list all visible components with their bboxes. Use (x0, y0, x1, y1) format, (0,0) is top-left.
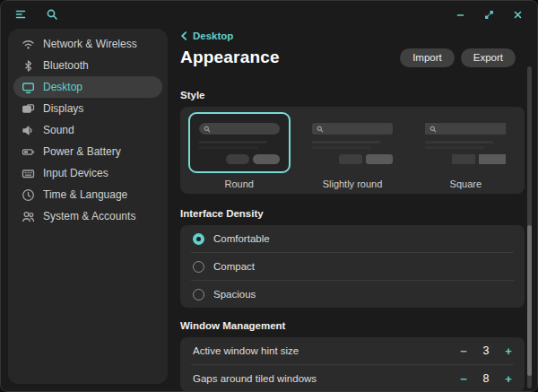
bluetooth-icon (22, 59, 35, 73)
style-option-label: Slightly round (323, 179, 383, 189)
plus-button[interactable]: + (498, 368, 519, 389)
sidebar-item-label: Time & Language (43, 188, 127, 201)
window-management-panel: Active window hint size − 3 + Gaps aroun… (180, 337, 525, 392)
scrollbar-track[interactable] (527, 66, 532, 388)
close-icon[interactable] (510, 7, 525, 22)
preview-text-line (199, 141, 267, 144)
gaps-value: 8 (474, 372, 498, 385)
battery-icon (22, 145, 35, 159)
titlebar-left (13, 6, 60, 22)
users-icon (22, 210, 35, 223)
sidebar-item-displays[interactable]: Displays (13, 98, 162, 119)
import-button[interactable]: Import (400, 48, 455, 67)
style-heading: Style (180, 90, 525, 100)
preview-text-line (312, 141, 380, 144)
sidebar-item-system-accounts[interactable]: System & Accounts (13, 205, 162, 227)
header-actions: Import Export (400, 48, 525, 67)
breadcrumb[interactable]: Desktop (180, 30, 525, 42)
speaker-icon (22, 124, 35, 137)
sidebar: Network & Wireless Bluetooth Desktop Dis… (8, 29, 168, 384)
magnifier-icon (204, 126, 211, 133)
preview-buttons (199, 154, 280, 164)
interface-density-heading: Interface Density (180, 208, 525, 219)
displays-icon (22, 102, 35, 116)
density-option-comfortable[interactable]: Comfortable (180, 225, 525, 252)
gaps-stepper: − 8 + (453, 368, 519, 389)
sidebar-item-desktop[interactable]: Desktop (13, 76, 162, 98)
sidebar-toggle-icon[interactable] (13, 6, 29, 22)
header-row: Appearance Import Export (180, 46, 525, 69)
style-preview-slightly-round (301, 112, 404, 173)
preview-button-primary (366, 154, 393, 164)
style-option-square[interactable]: Square (412, 112, 520, 189)
preview-buttons (425, 154, 506, 164)
breadcrumb-label: Desktop (193, 30, 233, 41)
sidebar-item-sound[interactable]: Sound (13, 119, 162, 141)
wifi-icon (22, 38, 35, 51)
maximize-icon[interactable] (482, 7, 497, 22)
sidebar-item-label: Network & Wireless (43, 38, 137, 50)
style-option-label: Round (224, 179, 253, 189)
sidebar-item-bluetooth[interactable]: Bluetooth (13, 55, 162, 76)
hint-size-value: 3 (474, 344, 498, 357)
density-option-compact[interactable]: Compact (180, 253, 525, 280)
plus-button[interactable]: + (498, 340, 519, 362)
preview-text-line (425, 146, 484, 149)
setting-label: Active window hint size (193, 345, 453, 356)
clock-icon (22, 188, 35, 202)
preview-button-primary (253, 154, 280, 164)
density-option-label: Compact (213, 261, 255, 272)
hint-size-stepper: − 3 + (453, 340, 519, 362)
preview-text-line (312, 146, 371, 149)
density-option-spacious[interactable]: Spacious (180, 281, 525, 308)
chevron-left-icon (180, 31, 188, 40)
setting-row-active-window-hint: Active window hint size − 3 + (180, 337, 525, 364)
style-option-slightly-round[interactable]: Slightly round (298, 112, 406, 189)
sidebar-item-label: Input Devices (43, 167, 108, 179)
sidebar-item-input-devices[interactable]: Input Devices (13, 162, 162, 184)
minus-button[interactable]: − (453, 368, 474, 389)
sidebar-item-label: Displays (43, 102, 83, 115)
density-option-label: Comfortable (213, 233, 270, 244)
preview-searchbar (312, 123, 393, 135)
titlebar (1, 1, 537, 28)
preview-text-line (425, 141, 493, 144)
radio-selected-icon[interactable] (193, 233, 204, 245)
preview-text-line (199, 146, 258, 149)
style-option-round[interactable]: Round (185, 112, 293, 189)
setting-row-tiled-gaps: Gaps around tiled windows − 8 + (180, 365, 525, 392)
sidebar-item-network-wireless[interactable]: Network & Wireless (13, 33, 162, 55)
magnifier-icon (430, 126, 437, 133)
main-content: Desktop Appearance Import Export Style (180, 30, 525, 392)
interface-density-panel: Comfortable Compact Spacious (180, 225, 525, 308)
minus-button[interactable]: − (453, 340, 474, 362)
style-preview-square (414, 112, 516, 173)
sidebar-item-label: Sound (43, 124, 74, 136)
window-controls (453, 7, 525, 22)
monitor-icon (22, 81, 35, 94)
setting-label: Gaps around tiled windows (193, 373, 453, 384)
window-management-heading: Window Management (180, 320, 525, 331)
radio-unselected-icon[interactable] (193, 261, 204, 273)
sidebar-item-time-language[interactable]: Time & Language (13, 184, 162, 205)
preview-buttons (312, 154, 393, 164)
preview-button-secondary (452, 154, 475, 164)
magnifier-icon (317, 126, 324, 133)
export-button[interactable]: Export (461, 48, 516, 67)
scrollbar-thumb[interactable] (527, 225, 532, 376)
keyboard-icon (22, 167, 35, 180)
page-title: Appearance (180, 48, 280, 67)
sidebar-item-label: Bluetooth (43, 59, 89, 72)
style-option-label: Square (450, 179, 482, 189)
preview-searchbar (425, 123, 506, 135)
preview-button-secondary (226, 154, 249, 164)
density-option-label: Spacious (213, 289, 256, 300)
settings-window: Network & Wireless Bluetooth Desktop Dis… (0, 0, 538, 392)
sidebar-item-label: Power & Battery (43, 145, 121, 158)
style-preview-round (188, 112, 291, 173)
sidebar-item-label: Desktop (43, 81, 82, 93)
sidebar-item-power-battery[interactable]: Power & Battery (13, 141, 162, 162)
radio-unselected-icon[interactable] (193, 289, 204, 301)
search-icon[interactable] (44, 6, 60, 22)
minimize-icon[interactable] (453, 7, 468, 22)
